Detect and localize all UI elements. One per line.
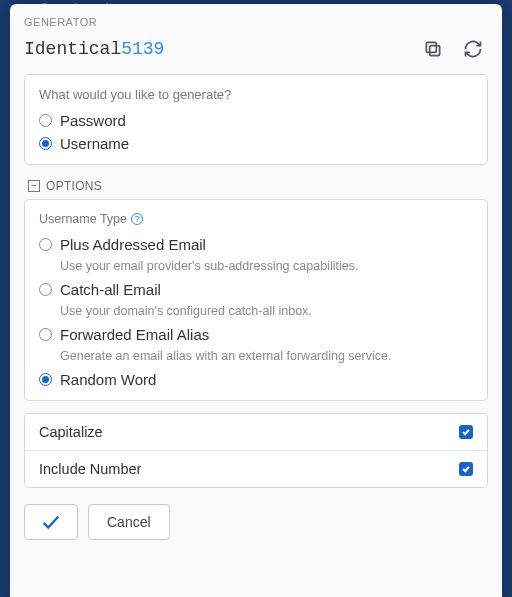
toggle-include-number[interactable]: Include Number bbox=[25, 450, 487, 487]
radio-icon bbox=[39, 283, 52, 296]
cancel-button[interactable]: Cancel bbox=[88, 504, 170, 540]
regenerate-icon[interactable] bbox=[462, 38, 484, 60]
svg-rect-1 bbox=[426, 42, 436, 52]
radio-icon bbox=[39, 238, 52, 251]
collapse-icon: − bbox=[28, 180, 40, 192]
toggle-capitalize[interactable]: Capitalize bbox=[25, 414, 487, 450]
confirm-button[interactable] bbox=[24, 504, 78, 540]
toggle-label: Capitalize bbox=[39, 424, 103, 440]
radio-desc: Use your email provider's sub-addressing… bbox=[60, 259, 473, 273]
checkbox-checked-icon bbox=[459, 462, 473, 476]
radio-icon bbox=[39, 137, 52, 150]
help-icon[interactable]: ? bbox=[131, 213, 143, 225]
ut-forwarded-alias[interactable]: Forwarded Email Alias Generate an email … bbox=[39, 326, 473, 363]
radio-label: Password bbox=[60, 112, 126, 129]
username-type-header: Username Type ? bbox=[39, 212, 473, 226]
generator-modal: GENERATOR Identical5139 What would you l… bbox=[10, 4, 502, 597]
generate-type-card: What would you like to generate? Passwor… bbox=[24, 74, 488, 165]
generate-prompt: What would you like to generate? bbox=[39, 87, 473, 102]
toggle-card: Capitalize Include Number bbox=[24, 413, 488, 488]
options-header[interactable]: − OPTIONS bbox=[28, 179, 488, 193]
toggle-label: Include Number bbox=[39, 461, 141, 477]
radio-label: Plus Addressed Email bbox=[60, 236, 206, 253]
modal-title: GENERATOR bbox=[24, 16, 488, 28]
options-title: OPTIONS bbox=[46, 179, 102, 193]
radio-desc: Use your domain's configured catch-all i… bbox=[60, 304, 473, 318]
radio-desc: Generate an email alias with an external… bbox=[60, 349, 473, 363]
generated-word: Identical bbox=[24, 39, 121, 59]
checkbox-checked-icon bbox=[459, 425, 473, 439]
radio-label: Random Word bbox=[60, 371, 156, 388]
radio-label: Username bbox=[60, 135, 129, 152]
generated-number: 5139 bbox=[121, 39, 164, 59]
radio-icon bbox=[39, 373, 52, 386]
username-type-card: Username Type ? Plus Addressed Email Use… bbox=[24, 199, 488, 401]
radio-password[interactable]: Password bbox=[39, 112, 473, 129]
footer-actions: Cancel bbox=[24, 504, 488, 540]
ut-catch-all[interactable]: Catch-all Email Use your domain's config… bbox=[39, 281, 473, 318]
radio-icon bbox=[39, 114, 52, 127]
ut-random-word[interactable]: Random Word bbox=[39, 371, 473, 388]
radio-icon bbox=[39, 328, 52, 341]
svg-rect-0 bbox=[430, 46, 440, 56]
radio-label: Catch-all Email bbox=[60, 281, 161, 298]
generated-value: Identical5139 bbox=[24, 39, 164, 59]
copy-icon[interactable] bbox=[422, 38, 444, 60]
radio-username[interactable]: Username bbox=[39, 135, 473, 152]
generated-actions bbox=[422, 38, 488, 60]
generated-row: Identical5139 bbox=[24, 38, 488, 60]
radio-label: Forwarded Email Alias bbox=[60, 326, 209, 343]
username-type-label: Username Type bbox=[39, 212, 127, 226]
ut-plus-addressed[interactable]: Plus Addressed Email Use your email prov… bbox=[39, 236, 473, 273]
